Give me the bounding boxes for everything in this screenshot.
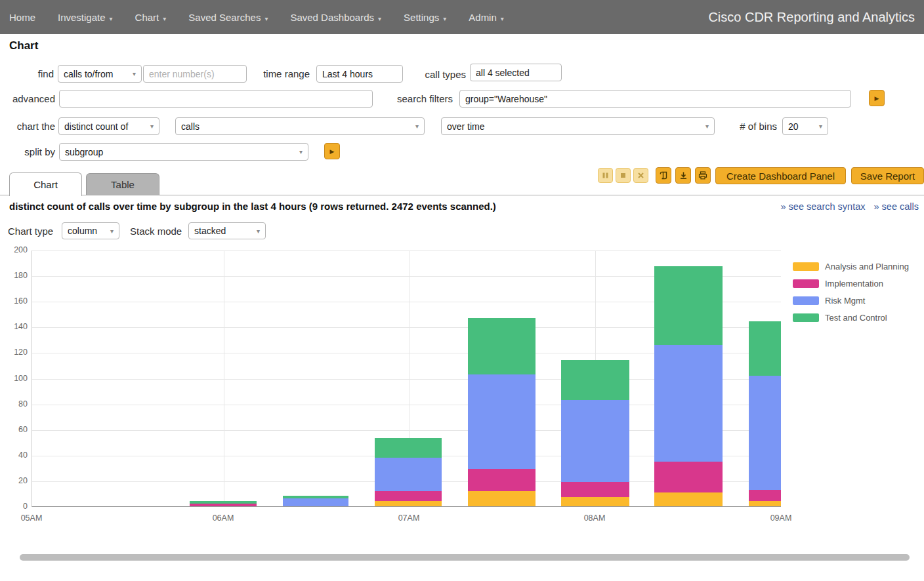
call-types-value: all 4 selected bbox=[476, 68, 556, 78]
tab-table[interactable]: Table bbox=[86, 173, 159, 195]
bar-segment[interactable] bbox=[561, 360, 629, 400]
bar-segment[interactable] bbox=[468, 469, 536, 491]
y-tick-label: 200 bbox=[0, 245, 28, 254]
bar-segment[interactable] bbox=[375, 458, 442, 491]
pause-button[interactable] bbox=[598, 168, 613, 183]
bar-segment[interactable] bbox=[468, 374, 536, 470]
bar-segment[interactable] bbox=[375, 438, 442, 457]
nav-item-settings[interactable]: Settings▾ bbox=[404, 12, 446, 23]
number-input[interactable] bbox=[143, 65, 247, 83]
y-tick-label: 120 bbox=[0, 348, 28, 357]
bar-segment[interactable] bbox=[561, 400, 629, 482]
y-tick-label: 180 bbox=[0, 271, 28, 280]
download-icon bbox=[679, 171, 688, 180]
y-tick-label: 0 bbox=[0, 502, 28, 511]
pause-icon bbox=[602, 172, 609, 179]
bar-segment[interactable] bbox=[654, 462, 723, 492]
aggregate-select[interactable]: distinct count of ▾ bbox=[58, 117, 159, 135]
print-button[interactable] bbox=[695, 167, 711, 184]
bar-segment[interactable] bbox=[561, 482, 629, 497]
chevron-down-icon: ▾ bbox=[501, 15, 504, 22]
bar-segment[interactable] bbox=[749, 376, 781, 490]
stop-button[interactable] bbox=[616, 168, 631, 183]
horizontal-scrollbar[interactable] bbox=[20, 554, 910, 561]
bar-segment[interactable] bbox=[749, 490, 781, 502]
split-by-select[interactable]: subgroup ▾ bbox=[59, 143, 308, 161]
x-axis: 05AM06AM07AM08AM09AM bbox=[32, 513, 781, 525]
nav-item-saved-dashboards[interactable]: Saved Dashboards▾ bbox=[290, 12, 381, 23]
legend-label: Test and Control bbox=[825, 313, 887, 323]
bar-segment[interactable] bbox=[654, 266, 723, 344]
tab-chart[interactable]: Chart bbox=[9, 172, 82, 196]
page-heading: Chart bbox=[9, 39, 38, 52]
chevron-down-icon: ▾ bbox=[163, 15, 166, 22]
bar-segment[interactable] bbox=[654, 345, 723, 462]
download-button[interactable] bbox=[675, 167, 691, 184]
plot-area bbox=[32, 250, 781, 507]
result-summary: distinct count of calls over time by sub… bbox=[9, 201, 496, 212]
nav-item-admin[interactable]: Admin▾ bbox=[469, 12, 504, 23]
nav-item-chart[interactable]: Chart▾ bbox=[135, 12, 167, 23]
bar-segment[interactable] bbox=[190, 504, 257, 506]
bar-segment[interactable] bbox=[375, 491, 442, 502]
y-tick-label: 140 bbox=[0, 322, 28, 331]
bar-segment[interactable] bbox=[190, 501, 257, 504]
see-calls-link[interactable]: » see calls bbox=[873, 201, 919, 212]
legend-swatch bbox=[793, 313, 819, 322]
nav-item-saved-searches[interactable]: Saved Searches▾ bbox=[188, 12, 268, 23]
legend-item[interactable]: Test and Control bbox=[793, 309, 909, 326]
bar-segment[interactable] bbox=[749, 321, 781, 375]
nav-item-home[interactable]: Home bbox=[9, 12, 35, 23]
bar-segment[interactable] bbox=[468, 318, 536, 374]
over-select[interactable]: over time ▾ bbox=[441, 117, 715, 135]
bar-segment[interactable] bbox=[375, 501, 442, 506]
chart-type-value: column bbox=[68, 226, 106, 236]
bar-segment[interactable] bbox=[283, 496, 348, 498]
time-range-label: time range bbox=[256, 65, 310, 83]
stack-mode-value: stacked bbox=[194, 226, 253, 236]
time-range-input[interactable] bbox=[316, 65, 403, 83]
y-tick-label: 40 bbox=[0, 451, 28, 460]
gridline-horizontal bbox=[32, 250, 781, 251]
create-dashboard-panel-button[interactable]: Create Dashboard Panel bbox=[715, 167, 846, 184]
bar-segment[interactable] bbox=[654, 492, 723, 507]
play-icon: ▶ bbox=[875, 95, 879, 102]
app-window: HomeInvestigate▾Chart▾Saved Searches▾Sav… bbox=[0, 0, 924, 581]
save-report-button[interactable]: Save Report bbox=[851, 167, 924, 184]
nav-item-investigate[interactable]: Investigate▾ bbox=[58, 12, 113, 23]
chevron-down-icon: ▾ bbox=[705, 123, 709, 130]
tab-separator-line bbox=[0, 195, 924, 195]
find-type-select[interactable]: calls to/from ▾ bbox=[58, 65, 142, 83]
chevron-down-icon: ▾ bbox=[257, 228, 260, 235]
y-tick-label: 80 bbox=[0, 399, 28, 409]
chart-type-select[interactable]: column ▾ bbox=[62, 222, 119, 239]
field-select[interactable]: calls ▾ bbox=[175, 117, 425, 135]
over-value: over time bbox=[447, 121, 702, 132]
chart-type-label: Chart type bbox=[8, 223, 53, 239]
legend-label: Implementation bbox=[825, 279, 883, 289]
result-links: » see search syntax » see calls bbox=[781, 201, 919, 212]
run-search-button[interactable]: ▶ bbox=[869, 90, 885, 106]
gridline-vertical bbox=[224, 250, 224, 507]
chevron-down-icon: ▾ bbox=[443, 15, 446, 22]
y-tick-label: 100 bbox=[0, 374, 28, 383]
run-split-button[interactable]: ▶ bbox=[324, 143, 340, 159]
see-search-syntax-link[interactable]: » see search syntax bbox=[781, 201, 866, 212]
legend-item[interactable]: Risk Mgmt bbox=[793, 292, 909, 309]
bar-segment[interactable] bbox=[561, 497, 629, 506]
advanced-input[interactable] bbox=[59, 90, 373, 108]
call-types-select[interactable]: all 4 selected bbox=[470, 64, 562, 81]
nav-menu: HomeInvestigate▾Chart▾Saved Searches▾Sav… bbox=[9, 12, 504, 23]
export-query-button[interactable] bbox=[656, 167, 671, 184]
bar-segment[interactable] bbox=[468, 491, 536, 506]
stack-mode-select[interactable]: stacked ▾ bbox=[188, 222, 266, 239]
bar-segment[interactable] bbox=[283, 498, 348, 506]
legend-item[interactable]: Analysis and Planning bbox=[793, 258, 909, 275]
search-filters-input[interactable] bbox=[459, 90, 851, 108]
bins-select[interactable]: 20 ▾ bbox=[782, 117, 828, 135]
y-tick-label: 160 bbox=[0, 296, 28, 306]
search-filters-label: search filters bbox=[388, 90, 453, 108]
cancel-button[interactable] bbox=[633, 168, 648, 183]
legend-item[interactable]: Implementation bbox=[793, 275, 909, 292]
bar-segment[interactable] bbox=[749, 501, 781, 506]
